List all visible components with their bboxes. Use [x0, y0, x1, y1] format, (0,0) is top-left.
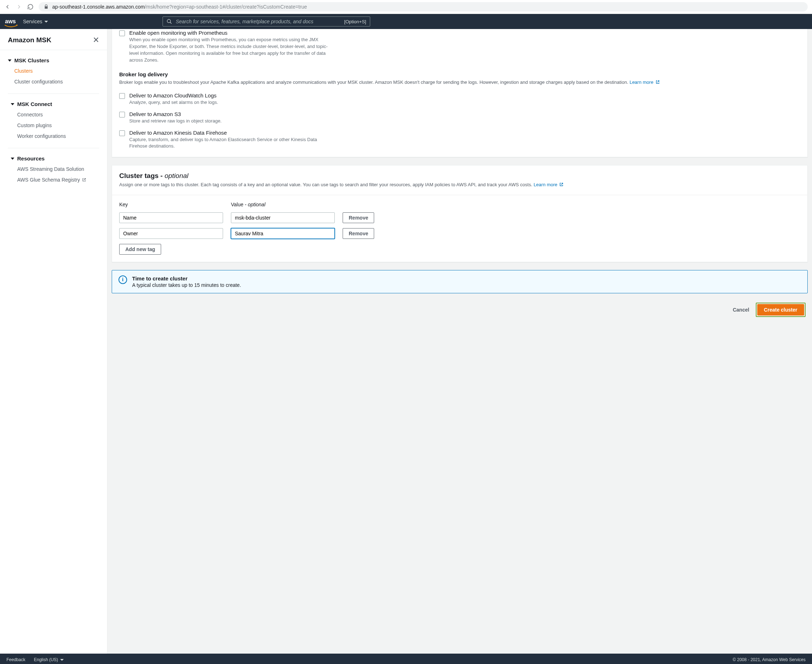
checkbox-cloudwatch-label: Deliver to Amazon CloudWatch Logs — [129, 93, 218, 98]
checkbox-firehose-label: Deliver to Amazon Kinesis Data Firehose — [129, 130, 333, 136]
tag-key-input[interactable] — [119, 212, 223, 223]
back-icon[interactable] — [4, 3, 11, 10]
sidebar: Amazon MSK ✕ MSK Clusters Clusters Clust… — [0, 29, 107, 654]
tag-value-input[interactable] — [231, 228, 335, 239]
sidebar-item-streaming-data-solution[interactable]: AWS Streaming Data Solution — [8, 164, 99, 174]
create-cluster-button[interactable]: Create cluster — [757, 304, 804, 316]
tag-key-input[interactable] — [119, 228, 223, 239]
broker-log-desc: Broker logs enable you to troubleshoot y… — [119, 79, 800, 86]
remove-tag-button[interactable]: Remove — [343, 212, 374, 223]
chevron-down-icon — [44, 21, 48, 23]
sidebar-item-custom-plugins[interactable]: Custom plugins — [8, 120, 99, 131]
checkbox-s3[interactable] — [119, 112, 125, 117]
tag-value-header: Value - optional — [231, 202, 335, 207]
language-selector[interactable]: English (US) — [34, 657, 64, 662]
cluster-tags-panel: Cluster tags - optional Assign one or mo… — [112, 165, 808, 262]
sidebar-item-worker-configurations[interactable]: Worker configurations — [8, 131, 99, 142]
reload-icon[interactable] — [27, 3, 34, 10]
chevron-down-icon — [8, 59, 11, 62]
services-dropdown[interactable]: Services — [23, 19, 48, 24]
chevron-down-icon — [11, 158, 14, 160]
remove-tag-button[interactable]: Remove — [343, 228, 374, 239]
search-icon — [166, 19, 172, 24]
search-shortcut: [Option+S] — [344, 19, 366, 24]
lock-icon — [44, 4, 49, 9]
nav-heading-resources[interactable]: Resources — [8, 153, 99, 164]
external-link-icon — [82, 177, 86, 182]
checkbox-prometheus-label: Enable open monitoring with Prometheus — [129, 30, 333, 36]
info-icon: i — [119, 275, 127, 284]
chevron-down-icon — [11, 103, 14, 105]
learn-more-link[interactable]: Learn more — [533, 182, 564, 187]
checkbox-firehose[interactable] — [119, 130, 125, 136]
nav-heading-msk-connect[interactable]: MSK Connect — [8, 99, 99, 109]
svg-point-0 — [167, 20, 171, 23]
footer-actions: Cancel Create cluster — [112, 303, 808, 317]
checkbox-firehose-desc: Capture, transform, and deliver logs to … — [129, 137, 333, 150]
url-text: ap-southeast-1.console.aws.amazon.com/ms… — [52, 4, 307, 10]
aws-logo[interactable]: aws — [5, 18, 16, 25]
url-bar[interactable]: ap-southeast-1.console.aws.amazon.com/ms… — [39, 2, 808, 11]
cluster-tags-title: Cluster tags - optional — [119, 172, 800, 180]
checkbox-cloudwatch-desc: Analyze, query, and set alarms on the lo… — [129, 99, 218, 106]
global-search[interactable]: [Option+S] — [162, 16, 370, 26]
external-link-icon — [559, 182, 564, 187]
copyright-text: © 2008 - 2021, Amazon Web Services — [733, 657, 806, 662]
tag-row: Remove — [119, 228, 800, 239]
external-link-icon — [656, 80, 660, 84]
create-highlight: Create cluster — [756, 303, 806, 317]
aws-top-nav: aws Services [Option+S] — [0, 14, 812, 29]
checkbox-cloudwatch[interactable] — [119, 93, 125, 99]
close-icon[interactable]: ✕ — [93, 36, 99, 45]
browser-toolbar: ap-southeast-1.console.aws.amazon.com/ms… — [0, 0, 812, 14]
sidebar-title: Amazon MSK — [8, 36, 51, 44]
tag-row: Remove — [119, 212, 800, 223]
add-tag-button[interactable]: Add new tag — [119, 244, 161, 255]
sidebar-item-connectors[interactable]: Connectors — [8, 109, 99, 120]
feedback-link[interactable]: Feedback — [6, 657, 25, 662]
monitoring-panel: Enable open monitoring with Prometheus W… — [112, 29, 808, 157]
learn-more-link[interactable]: Learn more — [629, 80, 659, 85]
chevron-down-icon — [60, 659, 64, 661]
sidebar-item-cluster-configurations[interactable]: Cluster configurations — [5, 76, 102, 87]
tag-value-input[interactable] — [231, 212, 335, 223]
checkbox-s3-desc: Store and retrieve raw logs in object st… — [129, 118, 222, 125]
checkbox-prometheus[interactable] — [119, 31, 125, 36]
sidebar-item-glue-schema-registry[interactable]: AWS Glue Schema Registry — [8, 174, 99, 185]
search-input[interactable] — [176, 19, 341, 24]
footer-bar: Feedback English (US) © 2008 - 2021, Ama… — [0, 654, 812, 664]
nav-heading-msk-clusters[interactable]: MSK Clusters — [5, 55, 102, 65]
cancel-button[interactable]: Cancel — [731, 304, 751, 316]
checkbox-prometheus-desc: When you enable open monitoring with Pro… — [129, 37, 333, 63]
forward-icon[interactable] — [16, 3, 22, 10]
checkbox-s3-label: Deliver to Amazon S3 — [129, 111, 222, 117]
main-content: Enable open monitoring with Prometheus W… — [107, 29, 812, 654]
info-box: i Time to create cluster A typical clust… — [112, 270, 808, 293]
info-title: Time to create cluster — [132, 275, 241, 282]
info-desc: A typical cluster takes up to 15 minutes… — [132, 282, 241, 288]
sidebar-item-clusters[interactable]: Clusters — [5, 65, 102, 76]
tag-key-header: Key — [119, 202, 223, 207]
broker-log-heading: Broker log delivery — [119, 71, 800, 77]
cluster-tags-desc: Assign one or more tags to this cluster.… — [119, 181, 800, 189]
